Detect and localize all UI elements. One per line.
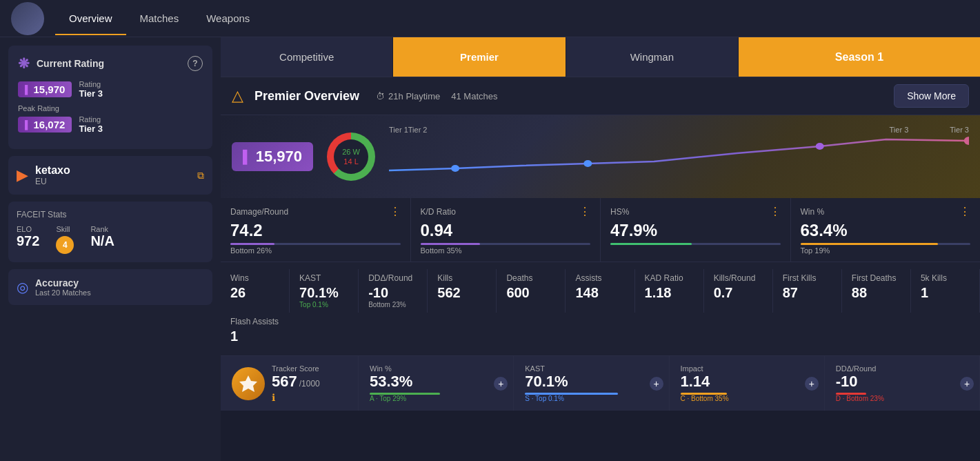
svg-point-3 <box>964 137 969 145</box>
faceit-rank: Rank N/A <box>90 225 114 254</box>
dmg-value: 74.2 <box>230 221 401 240</box>
tab-competitive[interactable]: Competitive <box>221 37 393 77</box>
stat-card-win: Win % ⋮ 63.4% Top 19% <box>791 198 981 262</box>
chart-area: 15,970 26 W 14 L Tie <box>221 115 980 198</box>
wl-inner: 26 W 14 L <box>334 139 368 174</box>
stat-assists: Assists 148 <box>566 269 634 313</box>
kast-plus-btn[interactable]: + <box>650 377 663 391</box>
stat-dda: DDΔ/Round -10 Bottom 23% <box>359 269 428 313</box>
content-mode-tabs: Competitive Premier Wingman <box>221 37 739 77</box>
tracker-impact: Impact 1.14 C · Bottom 35% + <box>670 356 825 411</box>
svg-point-1 <box>583 160 592 167</box>
kd-options-icon[interactable]: ⋮ <box>579 205 590 218</box>
svg-point-0 <box>451 165 459 172</box>
current-rating-label: Rating Tier 3 <box>79 80 102 99</box>
header: Overview Matches Weapons <box>0 0 980 37</box>
svg-marker-4 <box>239 375 257 392</box>
external-link-icon[interactable]: ⧉ <box>197 170 204 182</box>
hs-value: 47.9% <box>610 221 781 240</box>
season-tab[interactable]: Season 1 <box>739 37 980 77</box>
faceit-card: FACEIT Stats ELO 972 Skill 4 Rank N/A <box>8 202 212 262</box>
overview-header: △ Premier Overview ⏱ 21h Playtime 41 Mat… <box>221 77 980 115</box>
stat-deaths: Deaths 600 <box>497 269 566 313</box>
sidebar: ❋ Current Rating ? 15,970 Rating Tier 3 … <box>0 37 221 461</box>
faceit-stats-row: ELO 972 Skill 4 Rank N/A <box>17 225 204 254</box>
overview-title: Premier Overview <box>254 89 359 104</box>
avatar <box>11 2 44 35</box>
kd-bar <box>421 243 591 245</box>
faceit-label: FACEIT Stats <box>17 210 204 219</box>
win-sub: Top 19% <box>801 246 971 255</box>
impact-plus-btn[interactable]: + <box>805 377 819 391</box>
win-options-icon[interactable]: ⋮ <box>959 205 970 218</box>
main-layout: ❋ Current Rating ? 15,970 Rating Tier 3 … <box>0 37 980 461</box>
peak-rating-item: 16,072 Rating Tier 3 <box>18 115 203 134</box>
tab-premier[interactable]: Premier <box>393 37 566 77</box>
tracker-win-pct: Win % 53.3% A · Top 29% + <box>359 356 514 411</box>
win-pct-plus-btn[interactable]: + <box>494 377 508 391</box>
stat-fa: Flash Assists 1 <box>221 313 980 349</box>
show-more-button[interactable]: Show More <box>894 84 969 108</box>
stat-kr: Kills/Round 0.7 <box>704 269 773 313</box>
stat-fd: First Deaths 88 <box>842 269 911 313</box>
stat-kad: KAD Ratio 1.18 <box>635 269 704 313</box>
tracker-dda: DDΔ/Round -10 D · Bottom 23% + <box>825 356 980 411</box>
faceit-elo: ELO 972 <box>17 225 39 254</box>
matches-meta: 41 Matches <box>451 91 497 101</box>
losses-count: 14 L <box>343 157 358 166</box>
kd-sub: Bottom 35% <box>421 246 591 255</box>
peak-label: Peak Rating <box>18 104 203 112</box>
user-name: ketaxo <box>35 164 70 177</box>
accuracy-info: Accuracy Last 20 Matches <box>35 277 91 297</box>
dda-plus-btn[interactable]: + <box>960 377 974 391</box>
user-region: EU <box>35 177 70 186</box>
playtime-meta: ⏱ 21h Playtime <box>376 91 440 101</box>
tab-wingman[interactable]: Wingman <box>566 37 739 77</box>
wl-circle: 26 W 14 L <box>327 133 375 181</box>
overview-meta: ⏱ 21h Playtime 41 Matches <box>376 91 497 101</box>
tier-labels: Tier 1 Tier 2 Tier 3 Tier 3 <box>389 126 969 134</box>
win-value: 63.4% <box>801 221 971 240</box>
tracker-score-section: Tracker Score 567 /1000 ℹ <box>221 356 359 411</box>
help-icon[interactable]: ? <box>188 56 203 71</box>
current-rating-card: ❋ Current Rating ? 15,970 Rating Tier 3 … <box>8 46 212 149</box>
stat-card-hs: HS% ⋮ 47.9% <box>601 198 791 262</box>
user-brand-icon: ▶ <box>17 166 28 184</box>
stat-kills: Kills 562 <box>428 269 497 313</box>
user-card: ▶ ketaxo EU ⧉ <box>8 156 212 195</box>
svg-point-2 <box>816 143 824 150</box>
current-rating-badge: 15,970 <box>18 81 72 97</box>
wins-count: 26 W <box>342 147 360 157</box>
stat-wins: Wins 26 <box>221 269 290 313</box>
dmg-options-icon[interactable]: ⋮ <box>390 205 401 218</box>
tab-weapons[interactable]: Weapons <box>192 1 263 35</box>
chart-rating-badge: 15,970 <box>232 142 313 171</box>
stat-card-kd: K/D Ratio ⋮ 0.94 Bottom 35% <box>411 198 601 262</box>
rating-icon: ❋ <box>18 55 30 72</box>
overview: △ Premier Overview ⏱ 21h Playtime 41 Mat… <box>221 77 980 461</box>
tab-overview[interactable]: Overview <box>55 1 126 35</box>
stat-fk: First Kills 87 <box>773 269 842 313</box>
skill-badge: 4 <box>56 236 74 254</box>
bottom-stats: Wins 26 KAST 70.1% Top 0.1% DDΔ/Round -1… <box>221 262 980 355</box>
score-info-icon[interactable]: ℹ <box>272 392 320 403</box>
content: Competitive Premier Wingman Season 1 △ P… <box>221 37 980 461</box>
peak-rating-label: Rating Tier 3 <box>79 115 102 134</box>
overview-icon: △ <box>232 87 243 105</box>
stat-5k: 5k Kills 1 <box>911 269 980 313</box>
tracker-kast: KAST 70.1% S · Top 0.1% + <box>514 356 669 411</box>
user-info: ketaxo EU <box>35 164 70 186</box>
dmg-bar <box>230 243 401 245</box>
current-rating-item: 15,970 Rating Tier 3 <box>18 80 203 99</box>
dmg-sub: Bottom 26% <box>230 246 401 255</box>
tracker-score-info: Tracker Score 567 /1000 ℹ <box>272 364 320 403</box>
accuracy-icon: ◎ <box>17 279 28 295</box>
peak-rating-badge: 16,072 <box>18 117 72 133</box>
accuracy-card: ◎ Accuracy Last 20 Matches <box>8 269 212 305</box>
stat-cards-row: Damage/Round ⋮ 74.2 Bottom 26% K/D Ratio… <box>221 198 980 262</box>
chart-line-area: Tier 1 Tier 2 Tier 3 Tier 3 <box>389 126 969 188</box>
tab-matches[interactable]: Matches <box>126 1 193 35</box>
chart-svg <box>389 126 969 181</box>
kd-value: 0.94 <box>421 221 591 240</box>
hs-options-icon[interactable]: ⋮ <box>770 205 781 218</box>
